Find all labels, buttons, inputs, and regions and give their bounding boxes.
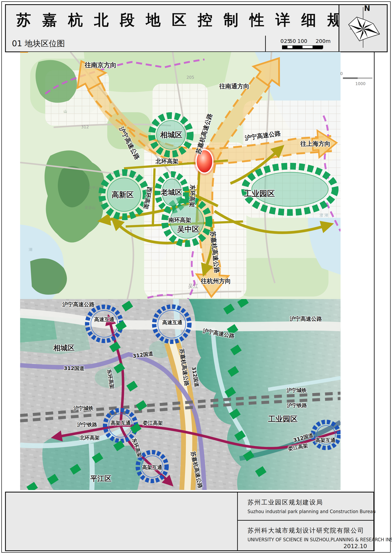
mini-scale-start: 0: [340, 71, 343, 76]
sheet-subtitle: 01 地块区位图: [12, 38, 65, 49]
scale-tick: 50: [289, 38, 296, 44]
title-block: 苏 嘉 杭 北 段 地 区 控 制 性 详 细 规 划: [5, 4, 339, 36]
mini-scale-bar: [343, 77, 358, 79]
map-label: 高架互通: [111, 421, 131, 425]
map-label: 沪宁铁路: [287, 403, 307, 408]
site-aerial-map: 沪宁高速公路高速互通高速互通沪宁高速公路沪宁高速公路相城区312国道312国道苏…: [20, 299, 341, 490]
page-title: 苏 嘉 杭 北 段 地 区 控 制 性 详 细 规 划: [16, 10, 371, 30]
map-label: 娄江高架: [143, 421, 163, 425]
map-label: 东环高架: [189, 184, 196, 208]
map-label: 湖: [29, 248, 32, 251]
scale-bar-block: 0 25 50 100 200m: [265, 36, 339, 52]
content-frame-line: [374, 52, 375, 551]
north-compass-icon: N: [339, 5, 387, 51]
map-label: 往上海方向: [300, 141, 330, 147]
map-label: 澄 湖: [320, 214, 328, 217]
scale-tick: 100: [297, 38, 307, 44]
sheet-date: 2012.10: [343, 543, 367, 549]
map-label: 北环高架: [80, 435, 100, 440]
map-label: 高速互通: [162, 320, 182, 325]
map-label: 往杭州方向: [201, 278, 231, 284]
scale-tick: 200m: [315, 38, 330, 44]
map-label: 沪宁城铁: [73, 406, 93, 411]
map-label: 北环高架: [155, 158, 178, 164]
map-label: 高架互通: [315, 438, 336, 443]
map-label: 高新区: [112, 191, 134, 198]
scale-tick: 0: [280, 38, 284, 44]
map-label: 工业园区: [244, 190, 275, 197]
map-label: 灵岩山: [84, 206, 96, 210]
map-label: 山: [64, 110, 67, 113]
map-label: 相城区: [160, 131, 182, 138]
map-label: 高架互通: [142, 465, 162, 470]
map-label: 312: [81, 125, 89, 129]
svg-text:N: N: [364, 5, 370, 13]
map-label: 老城区: [161, 189, 182, 196]
map-label: 往南京方向: [85, 62, 117, 68]
designer-name-en: UNIVERSITY OF SCIENCE IN SUZHOU,PLANNING…: [248, 537, 392, 542]
map-label: 南环高架: [168, 217, 191, 223]
map-label: 吴江: [188, 284, 198, 289]
scale-bar: [282, 45, 323, 48]
map-label: 312国道: [64, 366, 84, 371]
map-label: 相城区: [53, 344, 75, 352]
map-label: 沪宁城铁: [287, 388, 307, 393]
title-block-panel: 苏州工业园区规划建设局 Suzhou industrial park plann…: [5, 492, 374, 551]
site-map-graphic: [20, 299, 341, 490]
client-cell: 苏州工业园区规划建设局 Suzhou industrial park plann…: [238, 492, 373, 521]
regional-location-map: 往南京方向往南通方向沪宁高速公路苏嘉杭高速公路沪宁高速公路往上海方向相城区北环高…: [20, 52, 341, 299]
map-label: 高速互通: [94, 317, 114, 322]
regional-map-graphic: [20, 52, 341, 299]
subtitle-block: 01 地块区位图: [5, 36, 266, 52]
map-label: 沪宁铁路: [77, 422, 97, 427]
map-label: 往南通方向: [219, 83, 249, 89]
map-label: 吴中区: [177, 226, 199, 233]
map-label: 工业园区: [268, 415, 298, 423]
plan-sheet: 苏 嘉 杭 北 段 地 区 控 制 性 详 细 规 划 01 地块区位图 0 2…: [0, 0, 392, 554]
map-label: 平江区: [90, 475, 112, 482]
north-arrow-box: N: [339, 4, 388, 52]
mini-scale-bar: [358, 77, 372, 79]
client-name-cn: 苏州工业园区规划建设局: [248, 498, 323, 507]
map-label: 天平山: [88, 186, 99, 190]
map-label: 沪宁高速公路: [62, 302, 95, 307]
map-label: 沪宁高速公路: [290, 316, 322, 321]
map-label: 205: [187, 75, 194, 79]
mini-scale-end: 1000: [355, 81, 365, 86]
client-name-en: Suzhou industrial park planning and Cons…: [248, 509, 376, 514]
designer-cell: 苏州科大城市规划设计研究院有限公司 UNIVERSITY OF SCIENCE …: [238, 521, 373, 551]
designer-name-cn: 苏州科大城市规划设计研究院有限公司: [248, 526, 364, 535]
